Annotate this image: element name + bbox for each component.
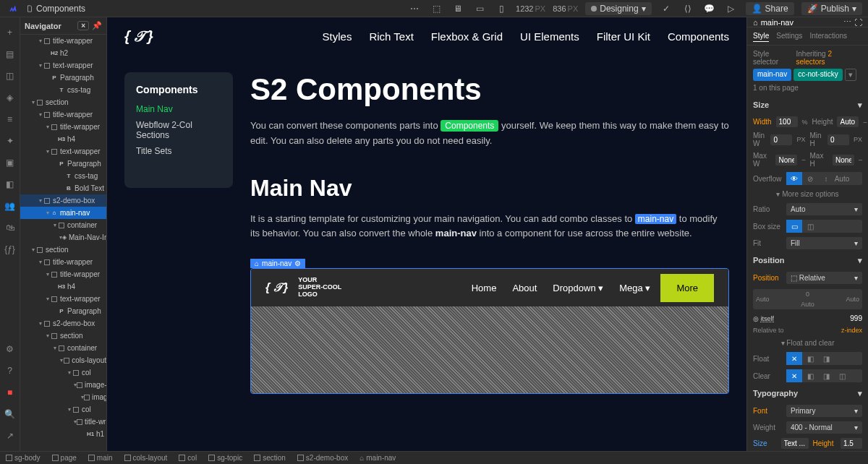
weight-select[interactable]: 400 - Normal▾ xyxy=(786,421,862,434)
cms-icon[interactable]: ◧ xyxy=(3,177,17,192)
overflow-auto-button[interactable]: Auto xyxy=(834,172,850,185)
tree-row-title-wrapper[interactable]: ▾title-wrapper xyxy=(20,121,106,133)
line-height-input[interactable] xyxy=(841,438,862,449)
tree-row-s2-demo-box[interactable]: ▾s2-demo-box xyxy=(20,194,106,207)
tree-row-container[interactable]: ▾container xyxy=(20,219,106,231)
tree-row-section[interactable]: ▾section xyxy=(20,96,106,108)
tree-row-s2-demo-box[interactable]: ▾s2-demo-box xyxy=(20,317,106,330)
tree-row-Paragraph[interactable]: PParagraph xyxy=(20,158,106,170)
assets-icon[interactable]: ▣ xyxy=(3,155,17,170)
video-icon[interactable]: ■ xyxy=(3,385,17,400)
tree-row-section[interactable]: ▾section xyxy=(20,330,106,342)
navigator-close-button[interactable]: × xyxy=(77,21,89,30)
tree-row-h4[interactable]: H3h4 xyxy=(20,280,106,293)
apps-icon[interactable]: {ƒ} xyxy=(3,242,17,257)
ecom-icon[interactable]: 🛍 xyxy=(3,220,17,235)
tree-row-css-tag[interactable]: Tcss-tag xyxy=(20,170,106,182)
publish-button[interactable]: 🚀 Publish ▾ xyxy=(801,2,862,15)
more-icon[interactable]: ⋯ xyxy=(407,1,422,16)
main-nav-preview[interactable]: { 𝒯 } YOUR SUPER-COOL LOGO HomeAboutDrop… xyxy=(250,268,729,394)
position-select[interactable]: ⬚ Relative▾ xyxy=(786,272,862,284)
variables-icon[interactable]: ≡ xyxy=(3,112,17,126)
tab-style[interactable]: Style xyxy=(753,30,769,42)
boxsize-content-button[interactable]: ◫ xyxy=(802,220,818,233)
tab-settings[interactable]: Settings xyxy=(776,30,802,42)
sidebar-item[interactable]: Main Nav xyxy=(136,104,221,114)
tree-row-title-wrapper[interactable]: ▾title-wrapper xyxy=(20,416,106,428)
components-icon[interactable]: ◈ xyxy=(3,90,17,105)
comment-icon[interactable]: 💬 xyxy=(702,1,717,16)
zindex-value[interactable]: 999 xyxy=(850,314,862,322)
tree-row-h4[interactable]: H3h4 xyxy=(20,133,106,145)
site-nav-link[interactable]: UI Elements xyxy=(520,30,579,43)
tree-row-section[interactable]: ▾section xyxy=(20,244,106,256)
device-toggle-icon[interactable]: ⬚ xyxy=(429,1,443,16)
overflow-visible-button[interactable]: 👁 xyxy=(786,172,802,185)
tree-row-Main-Nav-Inn[interactable]: ▾◈Main-Nav-Inn xyxy=(20,231,106,244)
float-left-button[interactable]: ◧ xyxy=(802,352,818,365)
position-section-toggle[interactable]: Position▾ xyxy=(747,252,868,270)
styles-icon[interactable]: ✦ xyxy=(3,134,17,148)
webflow-logo-icon[interactable] xyxy=(6,1,20,16)
more-size-options[interactable]: ▾ More size options xyxy=(747,187,868,201)
boxsize-border-button[interactable]: ▭ xyxy=(786,220,802,233)
more-button[interactable]: More xyxy=(660,274,714,302)
tablet-icon[interactable]: ▭ xyxy=(472,1,487,16)
breadcrumb-item[interactable]: s2-demo-box xyxy=(297,454,348,462)
tree-row-h1[interactable]: H1h1 xyxy=(20,428,106,440)
tree-row-title-wrapper[interactable]: ▾title-wrapper xyxy=(20,108,106,121)
ratio-select[interactable]: Auto▾ xyxy=(786,203,862,215)
export-icon[interactable]: ↗ xyxy=(3,429,17,443)
size-section-toggle[interactable]: Size▾ xyxy=(747,96,868,114)
font-select[interactable]: Primary▾ xyxy=(786,405,862,417)
clear-none-button[interactable]: ✕ xyxy=(786,369,802,382)
tree-row-Paragraph[interactable]: PParagraph xyxy=(20,305,106,317)
width-input[interactable] xyxy=(776,116,798,127)
tree-row-cols-layout[interactable]: ▾cols-layout xyxy=(20,354,106,366)
maxw-input[interactable] xyxy=(775,155,797,166)
sidebar-item[interactable]: Title Sets xyxy=(136,146,221,156)
site-nav-link[interactable]: Flexbox & Grid xyxy=(431,30,503,43)
page-breadcrumb[interactable]: Components xyxy=(26,4,85,14)
clear-left-button[interactable]: ◧ xyxy=(802,369,818,382)
tree-row-h2[interactable]: H2h2 xyxy=(20,47,106,59)
clear-right-button[interactable]: ◨ xyxy=(818,369,834,382)
float-right-button[interactable]: ◨ xyxy=(818,352,834,365)
tree-row-title-wrapper[interactable]: ▾title-wrapper xyxy=(20,35,106,47)
fit-select[interactable]: Fill▾ xyxy=(786,237,862,249)
float-clear-toggle[interactable]: ▾ Float and clear xyxy=(747,336,868,350)
breadcrumb-item[interactable]: sg-body xyxy=(6,454,41,462)
breadcrumb-item[interactable]: main xyxy=(88,454,113,462)
focus-icon[interactable]: ⛶ xyxy=(854,18,862,27)
font-size-input[interactable] xyxy=(781,438,809,449)
tree-row-col[interactable]: ▾col xyxy=(20,403,106,416)
search-icon[interactable]: 🔍 xyxy=(3,407,17,421)
share-button[interactable]: 👤 Share xyxy=(746,2,794,15)
tree-row-Bold Text[interactable]: BBold Text xyxy=(20,182,106,194)
preview-menu-item[interactable]: Mega ▾ xyxy=(619,283,650,293)
selector-badge-combo[interactable]: cc-not-sticky xyxy=(793,69,843,81)
site-nav-link[interactable]: Styles xyxy=(323,30,352,43)
breadcrumb-item[interactable]: section xyxy=(254,454,286,462)
preview-menu-item[interactable]: Dropdown ▾ xyxy=(553,283,603,293)
pages-icon[interactable]: ▤ xyxy=(3,47,17,61)
play-icon[interactable]: ▷ xyxy=(724,1,739,16)
maxh-input[interactable] xyxy=(833,155,854,166)
tree-row-col[interactable]: ▾col xyxy=(20,366,106,379)
designing-mode-button[interactable]: Designing ▾ xyxy=(585,2,651,15)
tree-row-text-wrapper[interactable]: ▾text-wrapper xyxy=(20,59,106,72)
minw-input[interactable] xyxy=(770,134,792,145)
mobile-icon[interactable]: ▯ xyxy=(494,1,509,16)
check-icon[interactable]: ✓ xyxy=(659,1,673,16)
tree-row-Paragraph[interactable]: PParagraph xyxy=(20,72,106,84)
overflow-hidden-button[interactable]: ⊘ xyxy=(802,172,818,185)
tree-row-image[interactable]: ▾image xyxy=(20,391,106,403)
tree-row-title-wrapper[interactable]: ▾title-wrapper xyxy=(20,256,106,268)
users-icon[interactable]: 👥 xyxy=(3,199,17,213)
tree-row-text-wrapper[interactable]: ▾text-wrapper xyxy=(20,145,106,158)
tree-row-main-nav[interactable]: ▾⌂main-nav xyxy=(20,207,106,219)
breadcrumb-item[interactable]: cols-layout xyxy=(124,454,168,462)
height-input[interactable] xyxy=(837,116,859,127)
selection-label[interactable]: ⌂ main-nav ⚙ xyxy=(250,259,305,268)
pin-icon[interactable]: 📌 xyxy=(92,21,102,30)
